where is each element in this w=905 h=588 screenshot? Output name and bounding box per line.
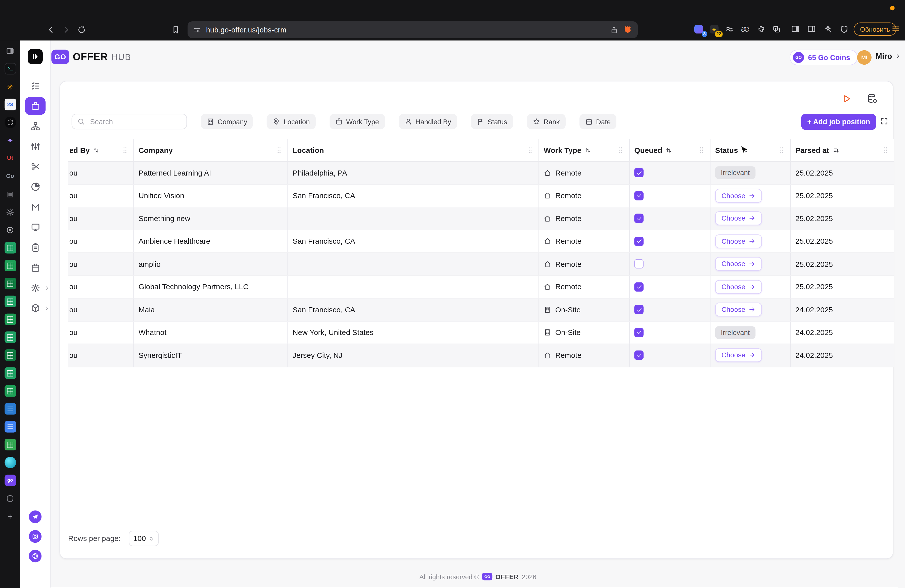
dock-shield-app-icon[interactable] [4,493,16,504]
sidebar-item-settings[interactable] [25,278,46,298]
go-coins-button[interactable]: GO 65 Go Coins [790,49,858,65]
social-website-icon[interactable] [29,550,42,563]
drag-handle-icon[interactable] [526,146,534,154]
back-button[interactable] [43,22,58,37]
sidebar-item-tools[interactable] [25,136,46,156]
database-settings-icon[interactable] [867,93,878,104]
choose-status-button[interactable]: Choose [715,280,762,294]
choose-status-button[interactable]: Choose [715,211,762,225]
dock-sheet-3-icon[interactable] [4,278,16,289]
column-header-handled[interactable]: ed By [68,139,134,161]
drag-handle-icon[interactable] [778,146,786,154]
dock-terminal-icon[interactable]: >_ [4,63,16,75]
filter-chip-rank[interactable]: Rank [527,114,566,129]
dock-sparkle-icon[interactable]: ✦ [4,135,16,146]
choose-status-button[interactable]: Choose [715,303,762,317]
queued-checkbox[interactable] [634,168,643,178]
user-avatar[interactable]: MI [857,50,871,65]
reading-panel-icon[interactable] [806,23,817,35]
extension-icon-4[interactable]: æ [739,23,751,35]
user-menu[interactable]: Miro [876,52,901,60]
drag-handle-icon[interactable] [617,146,624,154]
menu-icon[interactable] [891,24,900,33]
sidebar-toggle-icon[interactable] [790,23,801,35]
sort-icon[interactable] [93,147,100,153]
queued-checkbox[interactable] [634,237,643,246]
wand-icon[interactable] [822,23,834,35]
dock-add-tab-icon[interactable]: + [4,510,16,522]
column-header-location[interactable]: Location [288,139,539,161]
sidebar-item-integrations[interactable] [25,298,46,318]
filter-chip-location[interactable]: Location [267,114,316,129]
filter-chip-company[interactable]: Company [201,114,253,129]
add-job-position-button[interactable]: + Add job position [801,114,876,130]
fullscreen-icon[interactable] [880,117,888,125]
queued-checkbox[interactable] [634,191,643,200]
choose-status-button[interactable]: Choose [715,257,762,271]
bookmark-icon[interactable] [168,22,183,37]
search-box[interactable] [71,114,187,129]
sort-desc-icon[interactable] [833,147,839,153]
forward-button[interactable] [58,22,73,37]
queued-checkbox[interactable] [634,214,643,223]
queued-checkbox[interactable] [634,305,643,315]
sidebar-item-notes[interactable] [25,237,46,257]
dock-target-app-icon[interactable] [4,224,16,236]
column-header-queued[interactable]: Queued [630,139,710,161]
sidebar-item-pipeline[interactable] [25,116,46,136]
sort-icon[interactable] [741,147,748,153]
sidebar-item-split[interactable] [25,156,46,176]
dock-orb-app-icon[interactable] [4,457,16,468]
choose-status-button[interactable]: Choose [715,234,762,248]
choose-status-button[interactable]: Choose [715,189,762,202]
dock-sheet-1-icon[interactable] [4,242,16,254]
app-logo[interactable] [28,49,43,64]
drag-handle-icon[interactable] [121,146,129,154]
dock-asterisk-icon[interactable]: ✳ [4,81,16,92]
search-input[interactable] [89,117,178,126]
dock-sheet-2-icon[interactable] [4,260,16,271]
rows-per-page-select[interactable]: 100 [129,531,159,546]
filter-chip-work-type[interactable]: Work Type [329,114,385,129]
dock-sheet-6-icon[interactable] [4,332,16,343]
dock-panel-icon[interactable] [4,45,16,57]
reload-button[interactable] [74,22,89,37]
filter-chip-date[interactable]: Date [580,114,617,129]
queued-checkbox[interactable] [634,282,643,291]
privacy-shield-icon[interactable] [838,23,850,35]
share-icon[interactable] [610,25,618,34]
choose-status-button[interactable]: Choose [715,348,762,362]
drag-handle-icon[interactable] [275,146,283,154]
column-header-status[interactable]: Status [710,139,791,161]
column-header-parsed-at[interactable]: Parsed at [791,139,894,161]
drag-handle-icon[interactable] [698,146,705,154]
sidebar-item-analytics[interactable] [25,177,46,197]
sidebar-item-calendar[interactable] [25,257,46,278]
dock-dark-app-icon[interactable] [4,117,16,128]
dock-go-offer-favicon-icon[interactable]: go [4,475,16,486]
filter-chip-status[interactable]: Status [471,114,513,129]
sort-icon[interactable] [666,147,672,153]
extension-icon-6[interactable] [770,23,782,35]
queued-checkbox[interactable] [634,328,643,337]
filter-chip-handled-by[interactable]: Handled By [399,114,457,129]
queued-checkbox[interactable] [634,259,643,269]
queued-checkbox[interactable] [634,351,643,360]
address-bar[interactable]: hub.go-offer.us/jobs-crm [187,21,638,38]
dock-doc-1-icon[interactable] [4,403,16,415]
run-parser-icon[interactable] [841,93,852,103]
dock-tool-app-icon[interactable]: ▣ [4,188,16,200]
dock-go-tab-icon[interactable]: Go [4,170,16,182]
update-button[interactable]: Обновить [854,23,897,36]
column-header-company[interactable]: Company [134,139,288,161]
dock-sheet-10-icon[interactable] [4,439,16,450]
social-instagram-icon[interactable] [29,530,42,543]
extension-icon-2[interactable]: ◈ 22 [708,23,720,35]
sort-icon[interactable] [585,147,591,153]
dock-sheet-4-icon[interactable] [4,296,16,307]
column-header-work-type[interactable]: Work Type [539,139,629,161]
dock-gear-app-icon[interactable] [4,206,16,218]
site-settings-icon[interactable] [193,26,201,33]
social-telegram-icon[interactable] [29,510,42,523]
sidebar-item-tasks[interactable] [25,76,46,96]
